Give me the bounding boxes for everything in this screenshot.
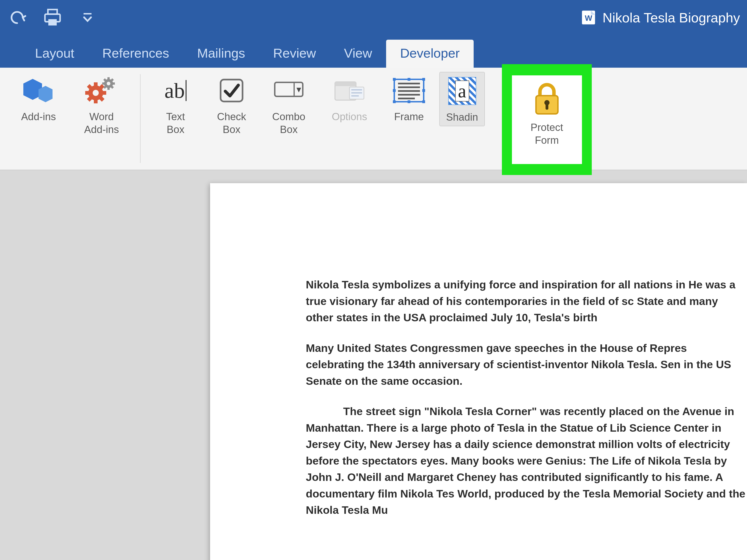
ribbon-tabs: Layout References Mailings Review View D… <box>0 35 747 68</box>
word-addins-button[interactable]: Word Add-ins <box>72 72 131 138</box>
frame-label: Frame <box>394 110 424 123</box>
svg-line-27 <box>111 79 113 80</box>
svg-rect-45 <box>408 78 410 81</box>
addins-label: Add-ins <box>21 110 56 123</box>
svg-line-15 <box>101 98 103 100</box>
gear-icon <box>84 74 119 107</box>
word-file-icon: W <box>580 9 597 26</box>
shading-button[interactable]: a Shadin <box>439 72 485 126</box>
check-box-icon <box>214 74 249 107</box>
tab-references[interactable]: References <box>88 40 183 68</box>
document-area: Nikola Tesla symbolizes a unifying force… <box>0 170 747 560</box>
tab-review[interactable]: Review <box>259 40 330 68</box>
check-box-label: Check Box <box>217 110 246 136</box>
svg-rect-56 <box>545 104 548 110</box>
paragraph-1[interactable]: Nikola Tesla symbolizes a unifying force… <box>306 276 747 326</box>
options-icon <box>332 74 367 107</box>
svg-point-19 <box>107 82 110 85</box>
paragraph-3[interactable]: The street sign "Nikola Tesla Corner" wa… <box>306 403 747 518</box>
chevron-down-icon <box>82 12 93 23</box>
tab-view[interactable]: View <box>330 40 386 68</box>
svg-rect-46 <box>408 100 410 103</box>
ribbon-group-controls: ab Text Box Check Box Combo Box <box>148 72 487 138</box>
svg-line-17 <box>101 85 103 88</box>
tab-layout[interactable]: Layout <box>21 40 88 68</box>
print-icon <box>42 7 63 28</box>
undo-icon <box>8 8 27 27</box>
text-box-icon: ab <box>158 74 193 107</box>
title-bar: W Nikola Tesla Biography <box>0 0 747 35</box>
frame-button[interactable]: Frame <box>383 72 435 125</box>
svg-line-14 <box>88 85 91 88</box>
addins-icon <box>21 74 56 107</box>
highlight-annotation: Protect Form <box>502 64 592 175</box>
customize-qat-button[interactable] <box>77 7 98 28</box>
word-addins-label: Word Add-ins <box>84 110 119 136</box>
svg-rect-2 <box>48 19 57 25</box>
protect-form-button[interactable]: Protect Form <box>512 75 582 164</box>
ribbon-separator <box>140 74 140 163</box>
svg-rect-3 <box>83 13 92 15</box>
shading-label: Shadin <box>446 111 478 124</box>
options-button[interactable]: Options <box>320 72 379 125</box>
svg-rect-32 <box>335 82 356 86</box>
combo-box-label: Combo Box <box>272 110 305 136</box>
paragraph-2[interactable]: Many United States Congressmen gave spee… <box>306 340 747 390</box>
svg-point-9 <box>93 90 99 96</box>
svg-line-24 <box>104 79 105 80</box>
tab-developer[interactable]: Developer <box>386 40 474 68</box>
tab-mailings[interactable]: Mailings <box>183 40 259 68</box>
addins-button[interactable]: Add-ins <box>9 72 68 125</box>
svg-line-16 <box>88 98 91 100</box>
svg-line-25 <box>111 86 113 88</box>
svg-rect-28 <box>221 80 242 102</box>
undo-button[interactable] <box>7 7 28 28</box>
title-bar-right: W Nikola Tesla Biography <box>580 9 740 26</box>
svg-line-26 <box>104 86 105 88</box>
text-box-button[interactable]: ab Text Box <box>150 72 201 138</box>
svg-rect-47 <box>393 89 396 92</box>
combo-box-button[interactable]: Combo Box <box>262 72 316 138</box>
document-title: Nikola Tesla Biography <box>602 10 740 25</box>
protect-form-label: Protect Form <box>531 121 563 146</box>
combo-box-icon <box>271 74 306 107</box>
ribbon: Add-ins Word Add-ins <box>0 68 747 170</box>
svg-marker-7 <box>38 86 53 102</box>
lock-icon <box>530 81 564 116</box>
frame-icon <box>391 74 427 107</box>
svg-rect-42 <box>422 78 425 81</box>
document-page[interactable]: Nikola Tesla symbolizes a unifying force… <box>210 183 747 560</box>
print-button[interactable] <box>42 7 63 28</box>
svg-rect-48 <box>422 89 425 92</box>
check-box-button[interactable]: Check Box <box>206 72 257 138</box>
svg-rect-43 <box>393 100 396 103</box>
shading-icon: a <box>445 75 480 107</box>
options-label: Options <box>332 110 367 123</box>
svg-rect-44 <box>422 100 425 103</box>
text-box-label: Text Box <box>166 110 185 136</box>
ribbon-group-addins: Add-ins Word Add-ins <box>7 72 133 138</box>
quick-access-toolbar <box>7 7 98 28</box>
svg-rect-41 <box>393 78 396 81</box>
svg-text:W: W <box>585 14 592 22</box>
